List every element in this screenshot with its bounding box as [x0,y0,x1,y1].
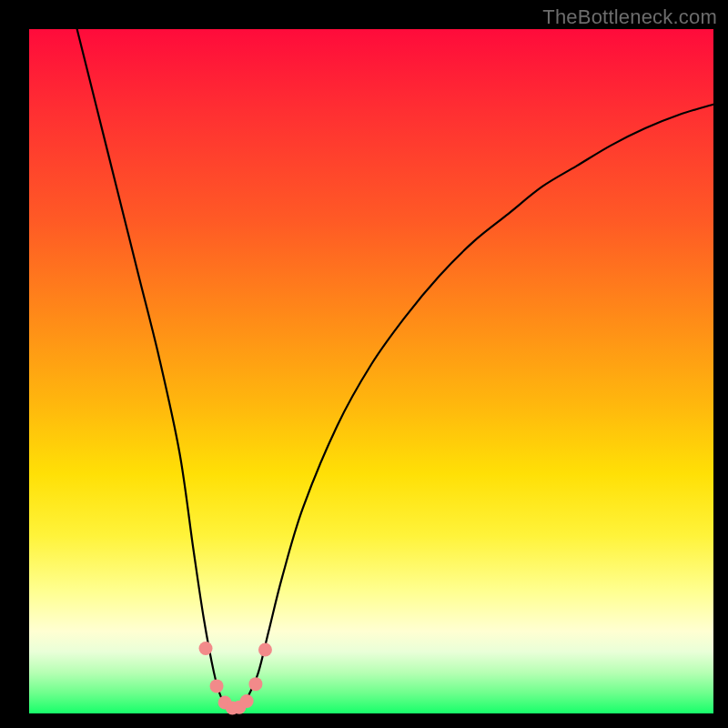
bottleneck-curve [77,29,713,710]
marker-dot [248,677,262,691]
marker-dot [258,643,272,657]
marker-dot [199,642,213,655]
chart-svg [29,29,713,713]
bottleneck-markers [199,642,272,714]
watermark-label: TheBottleneck.com [542,5,717,29]
marker-dot [240,694,254,708]
plot-area [29,29,713,713]
marker-dot [210,679,224,693]
chart-frame: TheBottleneck.com [0,0,728,728]
curve-layer [77,29,713,710]
